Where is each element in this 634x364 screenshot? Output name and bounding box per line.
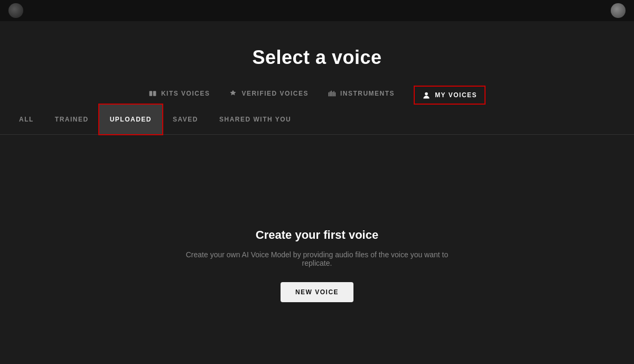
svg-rect-7 (335, 92, 336, 97)
verified-icon (229, 89, 237, 98)
sub-tabs: ALL TRAINED UPLOADED SAVED SHARED WITH Y… (8, 105, 626, 134)
tab-verified-voices[interactable]: VERIFIED VOICES (229, 89, 309, 101)
empty-state: Create your first voice Create your own … (185, 166, 449, 364)
top-bar (0, 0, 634, 21)
subtab-saved[interactable]: SAVED (162, 105, 209, 134)
svg-rect-2 (329, 92, 330, 97)
tab-verified-voices-label: VERIFIED VOICES (241, 90, 309, 97)
instruments-icon (328, 89, 336, 98)
empty-state-title: Create your first voice (256, 228, 378, 242)
svg-rect-5 (332, 92, 333, 97)
svg-point-8 (425, 92, 428, 96)
tab-my-voices-label: MY VOICES (435, 91, 477, 99)
person-icon (422, 91, 431, 99)
main-content: Select a voice KITS VOICES VERIFIED VOIC… (0, 21, 634, 364)
new-voice-button[interactable]: NEW VOICE (281, 282, 353, 302)
avatar-left (8, 3, 23, 18)
tab-kits-voices-label: KITS VOICES (161, 90, 210, 97)
avatar-right (611, 3, 626, 18)
tab-kits-voices[interactable]: KITS VOICES (148, 89, 210, 101)
svg-rect-4 (331, 90, 332, 96)
svg-rect-6 (333, 91, 334, 96)
subtab-all[interactable]: ALL (8, 105, 44, 134)
kits-icon (148, 89, 157, 98)
empty-state-description: Create your own AI Voice Model by provid… (185, 250, 449, 267)
tab-instruments-label: INSTRUMENTS (340, 90, 395, 97)
tab-instruments[interactable]: INSTRUMENTS (328, 89, 395, 101)
tab-my-voices[interactable]: MY VOICES (414, 86, 486, 105)
page-title: Select a voice (252, 46, 381, 69)
nav-tabs: KITS VOICES VERIFIED VOICES INSTRUMENTS (148, 86, 486, 105)
subtab-uploaded[interactable]: UPLOADED (99, 105, 162, 134)
sub-tabs-container: ALL TRAINED UPLOADED SAVED SHARED WITH Y… (0, 105, 634, 135)
subtab-trained[interactable]: TRAINED (44, 105, 99, 134)
subtab-shared-with-you[interactable]: SHARED WITH YOU (209, 105, 302, 134)
svg-rect-3 (330, 91, 331, 97)
